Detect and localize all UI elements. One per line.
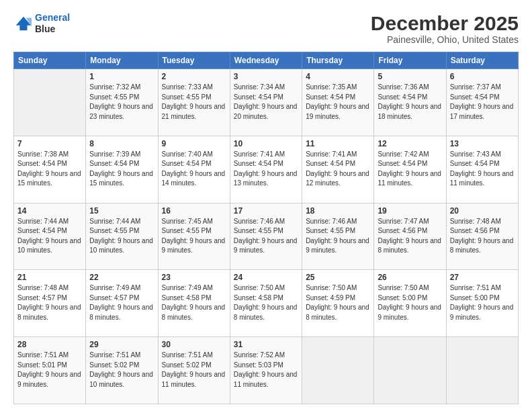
day-info: Sunrise: 7:48 AMSunset: 4:56 PMDaylight:… bbox=[450, 217, 515, 256]
day-number: 26 bbox=[378, 273, 442, 282]
day-number: 23 bbox=[162, 273, 226, 282]
day-info: Sunrise: 7:48 AMSunset: 4:57 PMDaylight:… bbox=[17, 283, 82, 322]
day-info: Sunrise: 7:50 AMSunset: 4:59 PMDaylight:… bbox=[306, 283, 370, 322]
day-info: Sunrise: 7:40 AMSunset: 4:54 PMDaylight:… bbox=[162, 150, 226, 189]
day-cell: 18Sunrise: 7:46 AMSunset: 4:55 PMDayligh… bbox=[302, 203, 374, 270]
day-number: 6 bbox=[450, 72, 515, 81]
day-number: 7 bbox=[17, 139, 82, 148]
day-cell: 14Sunrise: 7:44 AMSunset: 4:54 PMDayligh… bbox=[14, 203, 86, 270]
day-cell: 20Sunrise: 7:48 AMSunset: 4:56 PMDayligh… bbox=[446, 203, 518, 270]
logo-line1: General bbox=[35, 12, 70, 23]
day-number: 13 bbox=[450, 139, 515, 148]
day-cell: 26Sunrise: 7:50 AMSunset: 5:00 PMDayligh… bbox=[374, 270, 446, 337]
weekday-header-thursday: Thursday bbox=[302, 52, 374, 69]
logo-text: General Blue bbox=[35, 12, 70, 35]
day-number: 20 bbox=[450, 206, 515, 216]
calendar-table: SundayMondayTuesdayWednesdayThursdayFrid… bbox=[13, 52, 519, 404]
day-number: 27 bbox=[450, 273, 515, 282]
day-cell: 10Sunrise: 7:41 AMSunset: 4:54 PMDayligh… bbox=[230, 136, 302, 203]
day-number: 24 bbox=[234, 273, 298, 282]
day-info: Sunrise: 7:50 AMSunset: 4:58 PMDaylight:… bbox=[234, 283, 298, 322]
day-info: Sunrise: 7:49 AMSunset: 4:58 PMDaylight:… bbox=[162, 283, 226, 322]
weekday-header-tuesday: Tuesday bbox=[158, 52, 230, 69]
day-cell: 16Sunrise: 7:45 AMSunset: 4:55 PMDayligh… bbox=[158, 203, 230, 270]
day-cell: 8Sunrise: 7:39 AMSunset: 4:54 PMDaylight… bbox=[86, 136, 158, 203]
day-cell bbox=[302, 337, 374, 404]
day-cell: 30Sunrise: 7:51 AMSunset: 5:02 PMDayligh… bbox=[158, 337, 230, 404]
page: General Blue December 2025 Painesville, … bbox=[0, 0, 532, 411]
day-cell: 9Sunrise: 7:40 AMSunset: 4:54 PMDaylight… bbox=[158, 136, 230, 203]
day-info: Sunrise: 7:39 AMSunset: 4:54 PMDaylight:… bbox=[89, 150, 154, 189]
day-number: 19 bbox=[378, 206, 442, 216]
day-info: Sunrise: 7:41 AMSunset: 4:54 PMDaylight:… bbox=[306, 150, 370, 189]
week-row-1: 7Sunrise: 7:38 AMSunset: 4:54 PMDaylight… bbox=[14, 136, 519, 203]
day-info: Sunrise: 7:51 AMSunset: 5:02 PMDaylight:… bbox=[162, 351, 226, 390]
day-number: 11 bbox=[306, 139, 370, 148]
day-info: Sunrise: 7:51 AMSunset: 5:01 PMDaylight:… bbox=[17, 351, 82, 390]
day-number: 9 bbox=[162, 139, 226, 148]
main-title: December 2025 bbox=[371, 12, 519, 34]
day-number: 17 bbox=[234, 206, 298, 216]
day-info: Sunrise: 7:34 AMSunset: 4:54 PMDaylight:… bbox=[234, 83, 298, 122]
day-info: Sunrise: 7:51 AMSunset: 5:02 PMDaylight:… bbox=[89, 351, 154, 390]
day-number: 16 bbox=[162, 206, 226, 216]
day-info: Sunrise: 7:32 AMSunset: 4:55 PMDaylight:… bbox=[89, 83, 154, 122]
day-cell: 15Sunrise: 7:44 AMSunset: 4:55 PMDayligh… bbox=[86, 203, 158, 270]
day-cell: 28Sunrise: 7:51 AMSunset: 5:01 PMDayligh… bbox=[14, 337, 86, 404]
day-info: Sunrise: 7:52 AMSunset: 5:03 PMDaylight:… bbox=[234, 351, 298, 390]
logo: General Blue bbox=[13, 12, 70, 35]
day-number: 21 bbox=[17, 273, 82, 282]
day-cell bbox=[446, 337, 518, 404]
day-info: Sunrise: 7:51 AMSunset: 5:00 PMDaylight:… bbox=[450, 283, 515, 322]
day-cell: 2Sunrise: 7:33 AMSunset: 4:55 PMDaylight… bbox=[158, 69, 230, 136]
weekday-header-saturday: Saturday bbox=[446, 52, 518, 69]
day-cell: 7Sunrise: 7:38 AMSunset: 4:54 PMDaylight… bbox=[14, 136, 86, 203]
day-number: 2 bbox=[162, 72, 226, 81]
day-cell: 6Sunrise: 7:37 AMSunset: 4:54 PMDaylight… bbox=[446, 69, 518, 136]
day-cell: 19Sunrise: 7:47 AMSunset: 4:56 PMDayligh… bbox=[374, 203, 446, 270]
day-info: Sunrise: 7:44 AMSunset: 4:55 PMDaylight:… bbox=[89, 217, 154, 256]
day-cell: 1Sunrise: 7:32 AMSunset: 4:55 PMDaylight… bbox=[86, 69, 158, 136]
day-number: 25 bbox=[306, 273, 370, 282]
weekday-header-row: SundayMondayTuesdayWednesdayThursdayFrid… bbox=[14, 52, 519, 69]
day-cell: 21Sunrise: 7:48 AMSunset: 4:57 PMDayligh… bbox=[14, 270, 86, 337]
day-cell: 31Sunrise: 7:52 AMSunset: 5:03 PMDayligh… bbox=[230, 337, 302, 404]
day-info: Sunrise: 7:49 AMSunset: 4:57 PMDaylight:… bbox=[89, 283, 154, 322]
day-cell bbox=[374, 337, 446, 404]
day-info: Sunrise: 7:46 AMSunset: 4:55 PMDaylight:… bbox=[306, 217, 370, 256]
day-info: Sunrise: 7:37 AMSunset: 4:54 PMDaylight:… bbox=[450, 83, 515, 122]
day-cell: 25Sunrise: 7:50 AMSunset: 4:59 PMDayligh… bbox=[302, 270, 374, 337]
header: General Blue December 2025 Painesville, … bbox=[13, 12, 519, 45]
day-cell: 3Sunrise: 7:34 AMSunset: 4:54 PMDaylight… bbox=[230, 69, 302, 136]
weekday-header-sunday: Sunday bbox=[14, 52, 86, 69]
day-info: Sunrise: 7:35 AMSunset: 4:54 PMDaylight:… bbox=[306, 83, 370, 122]
day-cell: 24Sunrise: 7:50 AMSunset: 4:58 PMDayligh… bbox=[230, 270, 302, 337]
day-number: 31 bbox=[234, 340, 298, 349]
week-row-2: 14Sunrise: 7:44 AMSunset: 4:54 PMDayligh… bbox=[14, 203, 519, 270]
logo-icon bbox=[13, 14, 32, 33]
day-cell: 4Sunrise: 7:35 AMSunset: 4:54 PMDaylight… bbox=[302, 69, 374, 136]
day-number: 10 bbox=[234, 139, 298, 148]
day-number: 4 bbox=[306, 72, 370, 81]
day-info: Sunrise: 7:45 AMSunset: 4:55 PMDaylight:… bbox=[162, 217, 226, 256]
day-info: Sunrise: 7:43 AMSunset: 4:54 PMDaylight:… bbox=[450, 150, 515, 189]
day-cell: 12Sunrise: 7:42 AMSunset: 4:54 PMDayligh… bbox=[374, 136, 446, 203]
weekday-header-wednesday: Wednesday bbox=[230, 52, 302, 69]
day-cell: 11Sunrise: 7:41 AMSunset: 4:54 PMDayligh… bbox=[302, 136, 374, 203]
day-cell: 22Sunrise: 7:49 AMSunset: 4:57 PMDayligh… bbox=[86, 270, 158, 337]
day-number: 12 bbox=[378, 139, 442, 148]
day-number: 30 bbox=[162, 340, 226, 349]
day-number: 5 bbox=[378, 72, 442, 81]
weekday-header-friday: Friday bbox=[374, 52, 446, 69]
day-cell: 5Sunrise: 7:36 AMSunset: 4:54 PMDaylight… bbox=[374, 69, 446, 136]
subtitle: Painesville, Ohio, United States bbox=[371, 34, 519, 45]
weekday-header-monday: Monday bbox=[86, 52, 158, 69]
day-info: Sunrise: 7:41 AMSunset: 4:54 PMDaylight:… bbox=[234, 150, 298, 189]
day-cell: 17Sunrise: 7:46 AMSunset: 4:55 PMDayligh… bbox=[230, 203, 302, 270]
day-number: 15 bbox=[89, 206, 154, 216]
logo-line2: Blue bbox=[35, 24, 70, 35]
day-info: Sunrise: 7:33 AMSunset: 4:55 PMDaylight:… bbox=[162, 83, 226, 122]
day-cell: 29Sunrise: 7:51 AMSunset: 5:02 PMDayligh… bbox=[86, 337, 158, 404]
day-number: 18 bbox=[306, 206, 370, 216]
day-number: 1 bbox=[89, 72, 154, 81]
